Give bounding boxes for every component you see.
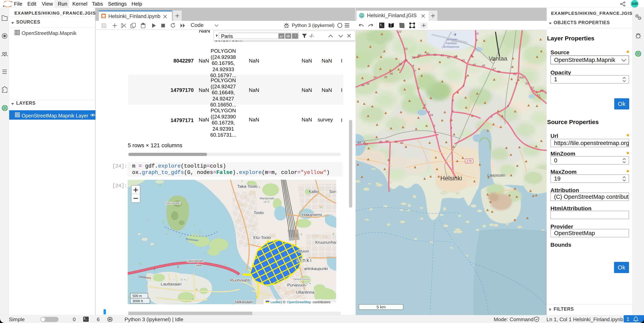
svg-text:46: 46 [482, 64, 485, 67]
svg-text:31 m: 31 m [305, 282, 311, 285]
svg-text:2: 2 [154, 268, 155, 271]
svg-text:4: 4 [507, 104, 509, 107]
svg-text:10: 10 [398, 30, 402, 33]
svg-text:34: 34 [366, 82, 369, 85]
svg-text:Taka-Toolo: Taka-Toolo [237, 184, 258, 189]
svg-text:3000 ft: 3000 ft [132, 299, 143, 303]
svg-text:34: 34 [430, 113, 433, 117]
svg-text:OpenStreetMap: OpenStreetMap [287, 300, 311, 304]
svg-text:✈: ✈ [453, 32, 457, 37]
svg-text:5: 5 [465, 76, 467, 79]
svg-text:7: 7 [414, 69, 416, 73]
svg-text:5: 5 [463, 84, 464, 87]
svg-text:Helsinki: Helsinki [440, 175, 462, 182]
svg-text:38: 38 [404, 58, 408, 62]
svg-text:Helsinki-: Helsinki- [446, 38, 458, 41]
svg-text:Kallio: Kallio [308, 189, 319, 194]
svg-text:Sorn: Sorn [329, 189, 336, 194]
svg-text:sinki: sinki [296, 257, 312, 263]
svg-text:Toolo: Toolo [254, 210, 264, 215]
svg-text:Leaflet: Leaflet [270, 300, 281, 304]
svg-text:98: 98 [412, 55, 415, 59]
svg-text:32 m: 32 m [180, 278, 186, 281]
svg-text:2: 2 [433, 124, 435, 127]
svg-text:53: 53 [540, 89, 544, 92]
svg-text:Laajasalo: Laajasalo [487, 173, 505, 177]
svg-text:Lapinlahden: Lapinlahden [187, 259, 204, 263]
svg-text:4: 4 [452, 99, 454, 102]
svg-text:6: 6 [418, 86, 420, 90]
svg-text:5: 5 [516, 81, 517, 85]
svg-text:43: 43 [461, 58, 465, 62]
svg-text:contributors: contributors [312, 300, 330, 304]
svg-text:10: 10 [475, 32, 479, 35]
svg-text:42: 42 [447, 55, 450, 59]
svg-text:47: 47 [492, 67, 496, 70]
svg-text:45: 45 [379, 140, 382, 143]
svg-text:49: 49 [513, 72, 516, 76]
svg-text:18: 18 [398, 62, 402, 66]
svg-text:500: 500 [519, 76, 524, 79]
svg-text:48: 48 [497, 70, 500, 73]
svg-text:34: 34 [361, 83, 364, 87]
svg-text:3: 3 [491, 115, 492, 118]
svg-text:44: 44 [385, 139, 388, 143]
svg-text:4: 4 [424, 103, 426, 106]
svg-text:Hakaniemi: Hakaniemi [302, 212, 322, 217]
svg-text:Punavuori: Punavuori [287, 283, 306, 287]
svg-text:41: 41 [433, 53, 437, 56]
svg-text:Kluuvi: Kluuvi [298, 249, 309, 253]
svg-text:500 m: 500 m [132, 294, 142, 298]
svg-text:Tahtitorninvuori: Tahtitorninvuori [293, 278, 310, 281]
svg-text:46: 46 [400, 141, 403, 144]
svg-text:Etu-Toolo: Etu-Toolo [253, 235, 271, 240]
svg-text:| ©: | © [281, 300, 286, 304]
svg-text:170: 170 [466, 159, 472, 163]
svg-text:41: 41 [440, 53, 444, 57]
svg-text:Lauttasaari: Lauttasaari [161, 282, 182, 286]
svg-text:18 m: 18 m [263, 200, 270, 204]
svg-text:8: 8 [412, 64, 414, 67]
svg-text:36: 36 [390, 72, 393, 75]
svg-text:Mantymaki: Mantymaki [260, 197, 274, 200]
svg-text:Ruoholahti: Ruoholahti [230, 278, 250, 283]
svg-text:lentoasema: lentoasema [444, 45, 459, 48]
svg-text:Kruununhaka: Kruununhaka [315, 240, 336, 245]
svg-text:10: 10 [404, 47, 408, 50]
svg-text:3: 3 [452, 109, 454, 113]
svg-text:Jatkasaari: Jatkasaari [234, 300, 253, 304]
svg-text:34: 34 [373, 75, 376, 79]
svg-text:artinkaupunki: artinkaupunki [304, 267, 328, 271]
svg-text:1: 1 [434, 130, 435, 134]
svg-text:Seurasaari: Seurasaari [165, 201, 181, 205]
svg-text:Ullanlinna: Ullanlinna [296, 290, 314, 295]
svg-text:5 km: 5 km [376, 305, 386, 309]
svg-text:Vantaan: Vantaan [446, 41, 457, 45]
svg-text:45: 45 [472, 63, 476, 66]
svg-text:45: 45 [394, 140, 398, 143]
svg-text:9: 9 [476, 38, 478, 42]
svg-text:silta: silta [196, 264, 202, 267]
svg-text:1: 1 [451, 126, 452, 129]
svg-text:2: 2 [177, 265, 179, 268]
svg-text:51: 51 [525, 82, 529, 85]
svg-text:Vantaa: Vantaa [489, 55, 507, 62]
svg-text:35: 35 [384, 75, 387, 79]
svg-text:43: 43 [358, 141, 361, 144]
svg-text:40: 40 [426, 52, 430, 55]
svg-text:52: 52 [531, 86, 534, 89]
